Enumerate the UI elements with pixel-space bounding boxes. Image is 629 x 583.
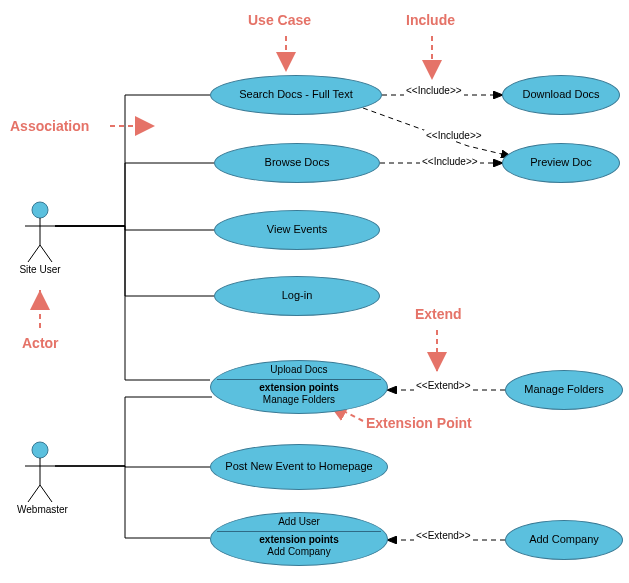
extension-point-value: Add Company	[267, 546, 330, 559]
uc-browse-docs: Browse Docs	[214, 143, 380, 183]
uc-title: Upload Docs	[217, 364, 381, 380]
label-extend: <<Extend>>	[414, 530, 473, 541]
annotation-extend: Extend	[415, 306, 462, 322]
actor-site-user-figure	[25, 202, 55, 262]
label-include: <<Include>>	[420, 156, 480, 167]
uc-login: Log-in	[214, 276, 380, 316]
actor-webmaster-figure	[25, 442, 55, 502]
svg-line-4	[40, 245, 52, 262]
label-extend: <<Extend>>	[414, 380, 473, 391]
annotation-use-case: Use Case	[248, 12, 311, 28]
uc-add-company: Add Company	[505, 520, 623, 560]
uc-upload-docs: Upload Docs extension points Manage Fold…	[210, 360, 388, 414]
extension-point-value: Manage Folders	[263, 394, 335, 407]
extension-points-header: extension points	[259, 382, 338, 395]
actor-label: Site User	[17, 264, 63, 275]
uc-search-docs: Search Docs - Full Text	[210, 75, 382, 115]
uc-post-event: Post New Event to Homepage	[210, 444, 388, 490]
uc-add-user: Add User extension points Add Company	[210, 512, 388, 566]
extension-points-header: extension points	[259, 534, 338, 547]
uc-manage-folders: Manage Folders	[505, 370, 623, 410]
actor-site-user: Site User	[17, 262, 63, 275]
actor-label: Webmaster	[17, 504, 63, 515]
svg-line-8	[28, 485, 40, 502]
svg-line-9	[40, 485, 52, 502]
annotation-include: Include	[406, 12, 455, 28]
uc-download-docs: Download Docs	[502, 75, 620, 115]
label-include: <<Include>>	[404, 85, 464, 96]
uc-view-events: View Events	[214, 210, 380, 250]
svg-point-0	[32, 202, 48, 218]
svg-point-5	[32, 442, 48, 458]
label-include: <<Include>>	[424, 130, 484, 141]
annotation-association: Association	[10, 118, 89, 134]
actor-webmaster: Webmaster	[17, 502, 63, 515]
uc-preview-doc: Preview Doc	[502, 143, 620, 183]
uc-title: Add User	[217, 516, 381, 532]
svg-line-3	[28, 245, 40, 262]
annotation-actor: Actor	[22, 335, 59, 351]
annotation-extension-point: Extension Point	[366, 415, 472, 431]
